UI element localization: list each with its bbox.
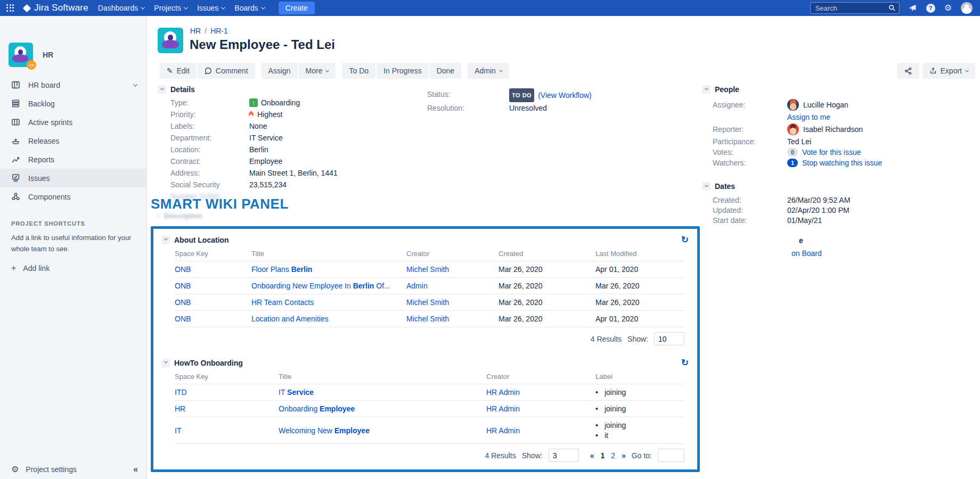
- address-value: Main Street 1, Berlin, 1441: [249, 167, 440, 179]
- first-page-button[interactable]: «: [590, 451, 594, 460]
- creator-link[interactable]: HR Admin: [486, 426, 520, 435]
- space-key-link[interactable]: IT: [175, 426, 181, 435]
- add-link-button[interactable]: + Add link: [11, 263, 137, 273]
- collapse-section-icon[interactable]: [158, 85, 166, 94]
- done-transition-button[interactable]: Done: [430, 63, 461, 79]
- page-title-link[interactable]: Onboarding New Employee In Berlin Of...: [251, 282, 390, 290]
- in-progress-transition-button[interactable]: In Progress: [377, 63, 429, 79]
- chevron-down-icon[interactable]: [133, 82, 137, 86]
- sidebar-item-components[interactable]: Components: [0, 187, 146, 206]
- top-nav: Jira Software Dashboards Projects Issues…: [0, 0, 980, 16]
- priority-label: Priority:: [170, 109, 249, 120]
- page-title-link[interactable]: Floor Plans Berlin: [251, 265, 312, 274]
- breadcrumb-project-link[interactable]: HR: [190, 27, 201, 35]
- creator-link[interactable]: Michel Smith: [406, 265, 449, 274]
- pagination: « 1 2 »: [590, 451, 626, 460]
- help-icon[interactable]: ?: [926, 4, 935, 13]
- col-created: Created: [499, 250, 595, 258]
- priority-value: Highest: [249, 109, 440, 120]
- results-count: 4 Results: [591, 335, 622, 343]
- share-button[interactable]: [897, 63, 919, 79]
- search-input[interactable]: [810, 2, 900, 14]
- col-label: Label: [595, 373, 684, 381]
- created-value: 26/Mar/20 9:52 AM: [787, 195, 931, 205]
- sidebar-item-hr-board[interactable]: HR board: [0, 76, 146, 94]
- settings-gear-icon[interactable]: ⚙: [944, 4, 952, 12]
- goto-page-input[interactable]: [658, 449, 684, 462]
- edit-button[interactable]: ✎Edit: [160, 63, 197, 79]
- collapse-section-icon[interactable]: [161, 236, 170, 244]
- show-label: Show:: [522, 451, 543, 460]
- space-key-link[interactable]: ONB: [175, 265, 191, 274]
- show-label: Show:: [627, 335, 648, 343]
- address-label: Address:: [170, 167, 249, 179]
- current-page[interactable]: 1: [600, 451, 605, 460]
- show-count-input[interactable]: [654, 332, 684, 345]
- space-key-link[interactable]: ONB: [175, 315, 191, 323]
- start-date-label: Start date:: [713, 215, 787, 225]
- assign-to-me-link[interactable]: Assign to me: [787, 113, 830, 121]
- page-title-link[interactable]: Onboarding Employee: [279, 404, 355, 413]
- howto-onboarding-table: Space Key Title Creator Label ITD IT Ser…: [175, 369, 684, 444]
- creator-link[interactable]: HR Admin: [486, 404, 520, 413]
- stop-watching-link[interactable]: Stop watching this issue: [802, 159, 882, 167]
- more-button[interactable]: More: [299, 63, 336, 79]
- create-button[interactable]: Create: [279, 2, 315, 14]
- export-button[interactable]: Export: [922, 63, 975, 79]
- nav-boards[interactable]: Boards: [234, 4, 264, 12]
- collapse-section-icon[interactable]: [702, 182, 710, 191]
- announcements-icon[interactable]: [909, 4, 917, 12]
- creator-link[interactable]: Michel Smith: [406, 315, 449, 323]
- app-switcher-icon[interactable]: [6, 4, 14, 12]
- show-count-input[interactable]: [549, 449, 579, 462]
- view-workflow-link[interactable]: (View Workflow): [538, 89, 592, 101]
- space-key-link[interactable]: HR: [175, 404, 185, 413]
- shortcuts-description: Add a link to useful information for you…: [11, 233, 137, 255]
- page-title-link[interactable]: IT Service: [279, 388, 314, 397]
- sidebar-item-releases[interactable]: Releases: [0, 131, 146, 150]
- space-key-link[interactable]: ONB: [175, 282, 191, 290]
- space-key-link[interactable]: ITD: [175, 388, 187, 397]
- participance-label: Participance:: [713, 136, 787, 147]
- nav-issues[interactable]: Issues: [197, 4, 225, 12]
- issue-project-avatar: [158, 28, 183, 53]
- refresh-icon[interactable]: ↻: [681, 235, 689, 244]
- status-label: Status:: [427, 88, 509, 102]
- vote-link[interactable]: Vote for this issue: [802, 148, 861, 156]
- collapse-sidebar-icon[interactable]: «: [133, 465, 138, 474]
- todo-transition-button[interactable]: To Do: [342, 63, 375, 79]
- user-avatar[interactable]: [961, 2, 973, 14]
- nav-dashboards[interactable]: Dashboards: [98, 4, 145, 12]
- assign-button[interactable]: Assign: [262, 63, 298, 79]
- page-2-link[interactable]: 2: [611, 451, 615, 460]
- sidebar-item-backlog[interactable]: Backlog: [0, 94, 146, 113]
- collapse-section-icon[interactable]: [161, 359, 170, 367]
- project-shortcuts: PROJECT SHORTCUTS Add a link to useful i…: [11, 220, 137, 273]
- creator-link[interactable]: HR Admin: [486, 388, 520, 397]
- sidebar-item-active-sprints[interactable]: Active sprints: [0, 113, 146, 131]
- jira-issue-screen: Jira Software Dashboards Projects Issues…: [0, 0, 980, 479]
- contract-value: Employee: [249, 155, 440, 167]
- sidebar-item-issues[interactable]: Issues: [0, 169, 146, 187]
- search-icon: [888, 4, 896, 12]
- project-settings-button[interactable]: Project settings: [26, 465, 77, 474]
- sidebar-item-reports[interactable]: Reports: [0, 150, 146, 169]
- last-page-button[interactable]: »: [622, 451, 626, 460]
- creator-link[interactable]: Admin: [406, 282, 428, 290]
- breadcrumb-issue-link[interactable]: HR-1: [210, 27, 228, 35]
- admin-button[interactable]: Admin: [468, 63, 509, 79]
- space-key-link[interactable]: ONB: [175, 298, 191, 307]
- comment-button[interactable]: Comment: [198, 63, 255, 79]
- nav-projects[interactable]: Projects: [154, 4, 187, 12]
- about-location-title: About Location: [174, 236, 229, 244]
- page-title-link[interactable]: HR Team Contacts: [251, 298, 314, 307]
- page-title-link[interactable]: Welcoming New Employee: [279, 426, 370, 435]
- creator-link[interactable]: Michel Smith: [406, 298, 449, 307]
- view-on-board-link-fragment[interactable]: on Board: [791, 249, 822, 258]
- software-project-badge-icon: <>: [27, 60, 36, 70]
- refresh-icon[interactable]: ↻: [681, 358, 689, 367]
- jira-logo[interactable]: Jira Software: [24, 3, 88, 13]
- collapse-section-icon[interactable]: [702, 85, 710, 94]
- chevron-down-icon: [141, 5, 145, 9]
- page-title-link[interactable]: Location and Amenities: [251, 315, 329, 323]
